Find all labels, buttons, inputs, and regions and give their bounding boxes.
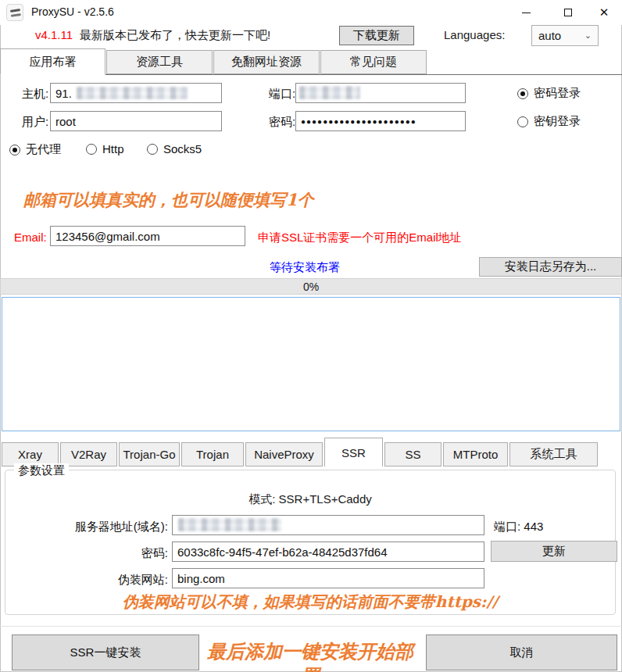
radio-http-proxy-label: Http: [102, 142, 124, 155]
ssr-password-label: 密码:: [16, 546, 168, 561]
mode-label: 模式:: [248, 492, 275, 506]
save-log-button[interactable]: 安装日志另存为...: [479, 257, 622, 277]
language-value: auto: [538, 29, 561, 42]
tab-trojan-go[interactable]: Trojan-Go: [119, 442, 180, 466]
user-input[interactable]: [50, 111, 222, 131]
password-label: 密码:: [269, 115, 295, 130]
minimize-button[interactable]: [508, 0, 544, 25]
progress-bar: 0%: [0, 278, 622, 295]
radio-password-login-label: 密码登录: [534, 86, 581, 101]
cancel-button[interactable]: 取消: [426, 634, 617, 670]
maximize-button[interactable]: [550, 0, 586, 25]
port-input[interactable]: [295, 83, 466, 103]
radio-key-login[interactable]: 密钥登录: [517, 114, 581, 129]
title-bar: ProxySU - v2.5.6 ✕: [0, 0, 622, 25]
email-label: Email:: [14, 231, 47, 244]
chevron-down-icon: ⌄: [584, 30, 592, 41]
camouflage-input[interactable]: [172, 568, 484, 588]
params-group-title: 参数设置: [14, 463, 69, 478]
ssr-install-button[interactable]: SSR一键安装: [12, 634, 199, 670]
language-select[interactable]: auto ⌄: [531, 25, 599, 46]
password-input[interactable]: [295, 111, 466, 131]
footer-divider: [0, 626, 622, 627]
maximize-icon: [564, 9, 572, 16]
tab-ss[interactable]: SS: [384, 442, 441, 466]
app-icon: [6, 4, 23, 21]
radio-password-login[interactable]: 密码登录: [517, 86, 581, 101]
ssr-port-label: 端口:: [494, 520, 520, 533]
host-input[interactable]: [50, 83, 222, 103]
install-log-area[interactable]: [2, 297, 620, 431]
tab-system-tools[interactable]: 系统工具: [509, 442, 598, 466]
tab-mtproto[interactable]: MTProto: [443, 442, 508, 466]
camouflage-hint: 伪装网站可以不填，如果填写的话前面不要带https://: [5, 592, 616, 613]
radio-socks5-proxy-label: Socks5: [163, 142, 202, 155]
camouflage-label: 伪装网站:: [16, 573, 168, 588]
email-input[interactable]: [50, 226, 245, 246]
tab-free-sites[interactable]: 免翻网址资源: [213, 50, 320, 74]
footer-hint: 最后添加一键安装开始部署: [200, 639, 420, 672]
radio-selected-icon: [517, 88, 528, 99]
window-title: ProxySU - v2.5.6: [31, 5, 114, 18]
radio-unselected-icon: [147, 144, 158, 155]
radio-key-login-label: 密钥登录: [534, 114, 581, 129]
ssr-port: 端口: 443: [494, 520, 543, 534]
email-hint: 邮箱可以填真实的，也可以随便填写1个: [23, 189, 314, 211]
port-label: 端口:: [269, 87, 295, 102]
mode-value: SSR+TLS+Caddy: [279, 492, 372, 506]
radio-http-proxy[interactable]: Http: [86, 142, 124, 155]
tab-naiveproxy[interactable]: NaiveProxy: [245, 442, 323, 466]
email-note: 申请SSL证书需要一个可用的Email地址: [258, 231, 462, 245]
new-version-label: v4.1.11: [35, 28, 73, 41]
radio-selected-icon: [9, 145, 20, 155]
languages-label: Languages:: [444, 28, 505, 41]
tab-ssr[interactable]: SSR: [324, 438, 383, 466]
update-message: 最新版本已发布了，快去更新一下吧!: [80, 28, 270, 43]
tab-app-deploy[interactable]: 应用布署: [0, 48, 105, 75]
tab-resource-tools[interactable]: 资源工具: [106, 50, 213, 74]
mode-line: 模式: SSR+TLS+Caddy: [5, 492, 616, 507]
ssr-port-value: 443: [524, 520, 543, 533]
radio-unselected-icon: [86, 144, 97, 155]
server-address-input[interactable]: [172, 515, 484, 535]
radio-no-proxy[interactable]: 无代理: [9, 142, 61, 157]
user-label: 用户:: [22, 115, 48, 130]
minimize-icon: [522, 13, 531, 13]
host-label: 主机:: [22, 87, 48, 102]
close-icon: ✕: [599, 5, 609, 20]
server-address-label: 服务器地址(域名):: [16, 520, 168, 534]
tab-faq[interactable]: 常见问题: [320, 50, 427, 74]
download-update-button[interactable]: 下载更新: [339, 26, 414, 45]
radio-socks5-proxy[interactable]: Socks5: [147, 142, 202, 155]
progress-text: 0%: [303, 281, 319, 293]
update-password-button[interactable]: 更新: [491, 541, 617, 562]
radio-unselected-icon: [517, 116, 528, 127]
close-button[interactable]: ✕: [586, 0, 622, 25]
radio-no-proxy-label: 无代理: [26, 142, 61, 157]
tab-trojan[interactable]: Trojan: [181, 442, 244, 466]
ssr-password-input[interactable]: [172, 542, 484, 562]
